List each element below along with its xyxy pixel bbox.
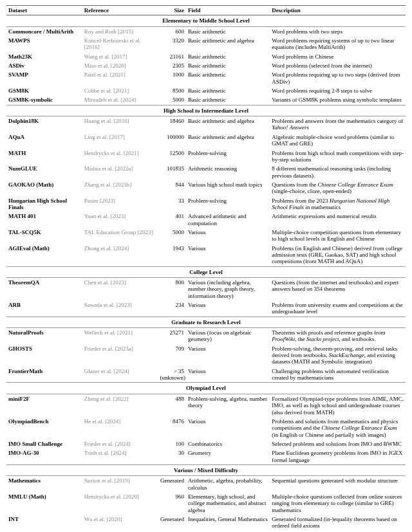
- cell-field: Basic arithmetic: [186, 26, 270, 36]
- cell-field: Elementary, high school, and college mat…: [186, 492, 270, 515]
- cell-dataset: GSM8K: [6, 86, 82, 95]
- cell-size: 5000: [158, 228, 186, 244]
- table-row: FrontierMathGlazer et al. [2024]> 35 (un…: [6, 367, 406, 383]
- table-row: TheoremQAChen et al. [2023]800Various (i…: [6, 278, 406, 301]
- cell-size: 18460: [158, 116, 186, 133]
- cell-field: Basic arithmetic and algebra: [186, 116, 270, 133]
- table-row: ASDivMiao et al. [2020]2305Basic arithme…: [6, 61, 406, 70]
- cell-dataset: Dolphin18K: [6, 116, 82, 133]
- table-row: NumGLUEMishra et al. [2022a]101835Arithm…: [6, 164, 406, 180]
- cell-size: 3320: [158, 36, 186, 52]
- cell-reference: Koncel-Kedziorski et al. [2016]: [82, 36, 158, 52]
- cell-field: Problem-solving, algebra, number theory: [186, 394, 270, 417]
- header-size: Size: [158, 6, 186, 15]
- cell-description: Word problems with two steps: [270, 26, 406, 36]
- table-row: NaturalProofsWelleck et al. [2021]25271V…: [6, 328, 406, 344]
- cell-reference: Ling et al. [2017]: [82, 133, 158, 149]
- cell-dataset: MAWPS: [6, 36, 82, 52]
- table-row: Dolphin18KHuang et al. [2016]18460Basic …: [6, 116, 406, 133]
- cell-dataset: FrontierMath: [6, 367, 82, 383]
- cell-field: Basic arithmetic: [186, 70, 270, 86]
- header-row: Dataset Reference Size Field Description: [6, 6, 406, 15]
- cell-reference: Chen et al. [2023]: [82, 278, 158, 301]
- cell-description: Problems and solutions from mathematics …: [270, 417, 406, 439]
- cell-field: Inequalities, General Mathematics: [186, 515, 270, 531]
- cell-description: Problems (in English and Chinese) derive…: [270, 244, 406, 267]
- cell-reference: Zhang et al. [2023b]: [82, 180, 158, 196]
- cell-description: Plane Euclidean geometry problems from I…: [270, 448, 406, 464]
- table-row: OlympiadBenchHe et al. [2024]8476Various…: [6, 417, 406, 439]
- cell-description: Variants of GSM8K problems using symboli…: [270, 95, 406, 105]
- cell-reference: Patel et al. [2021]: [82, 70, 158, 86]
- cell-reference: He et al. [2024]: [82, 417, 158, 439]
- cell-size: 960: [158, 492, 186, 515]
- cell-size: 8500: [158, 86, 186, 95]
- cell-dataset: TAL-SCQ5K: [6, 228, 82, 244]
- section-header: Various / Mixed Difficulty: [6, 464, 406, 475]
- cell-field: Various: [186, 228, 270, 244]
- cell-dataset: IMO Small Challenge: [6, 439, 82, 448]
- section-title: Olympiad Level: [6, 383, 406, 394]
- cell-reference: Glazer et al. [2024]: [82, 367, 158, 383]
- cell-dataset: Mathematics: [6, 476, 82, 492]
- cell-description: Problems from high school math competiti…: [270, 149, 406, 165]
- cell-description: Questions (from the internet and textboo…: [270, 278, 406, 301]
- cell-description: Problems from the 2023 Hungarian Nationa…: [270, 196, 406, 212]
- cell-dataset: GHOSTS: [6, 344, 82, 367]
- cell-reference: Wu et al. [2020]: [82, 515, 158, 531]
- cell-dataset: AQuA: [6, 133, 82, 149]
- cell-description: Problems and answers from the mathematic…: [270, 116, 406, 133]
- cell-description: Algebraic multiple-choice word problems …: [270, 133, 406, 149]
- cell-size: Generated: [158, 515, 186, 531]
- cell-description: Word problems requiring systems of up to…: [270, 36, 406, 52]
- cell-description: Word problems in Chinese: [270, 52, 406, 61]
- cell-dataset: OlympiadBench: [6, 417, 82, 439]
- table-row: SVAMPPatel et al. [2021]1000Basic arithm…: [6, 70, 406, 86]
- cell-description: Theorems with proofs and reference graph…: [270, 328, 406, 344]
- cell-field: Basic arithmetic: [186, 61, 270, 70]
- cell-description: Generated formalized (in-)equality theor…: [270, 515, 406, 531]
- cell-description: Questions from the Chinese College Entra…: [270, 180, 406, 196]
- cell-reference: Huang et al. [2016]: [82, 116, 158, 133]
- cell-size: 800: [158, 278, 186, 301]
- cell-size: 1943: [158, 244, 186, 267]
- cell-size: 30: [158, 448, 186, 464]
- cell-dataset: Commoncore / MultiArith: [6, 26, 82, 36]
- cell-size: 488: [158, 394, 186, 417]
- cell-reference: Sawada et al. [2023]: [82, 300, 158, 316]
- cell-field: Basic arithmetic: [186, 86, 270, 95]
- table-row: GHOSTSFrieder et al. [2023a]709VariousPr…: [6, 344, 406, 367]
- cell-size: 844: [158, 180, 186, 196]
- cell-reference: Roy and Roth [2015]: [82, 26, 158, 36]
- cell-dataset: ASDiv: [6, 61, 82, 70]
- cell-field: Basic arithmetic and algebra: [186, 133, 270, 149]
- table-row: INTWu et al. [2020]GeneratedInequalities…: [6, 515, 406, 531]
- cell-field: Basic arithmetic: [186, 95, 270, 105]
- cell-reference: Zheng et al. [2022]: [82, 394, 158, 417]
- cell-description: Sequential questions generated with modu…: [270, 476, 406, 492]
- cell-dataset: miniF2F: [6, 394, 82, 417]
- table-row: GAOKAO (Math)Zhang et al. [2023b]844Vari…: [6, 180, 406, 196]
- datasets-table: Dataset Reference Size Field Description…: [6, 5, 406, 532]
- cell-dataset: NaturalProofs: [6, 328, 82, 344]
- table-row: IMO-AG-30Trinh et al. [2024]30GeometryPl…: [6, 448, 406, 464]
- cell-reference: Frieder et al. [2023a]: [82, 344, 158, 367]
- table-row: MMLU (Math)Hendrycks et al. [2020]960Ele…: [6, 492, 406, 515]
- cell-description: Problems from university exams and compe…: [270, 300, 406, 316]
- cell-description: Multiple-choice questions collected from…: [270, 492, 406, 515]
- table-row: GSM8K-symbolicMirzadeh et al. [2024]5000…: [6, 95, 406, 105]
- table-row: GSM8KCobbe et al. [2021]8500Basic arithm…: [6, 86, 406, 95]
- cell-size: Generated: [158, 476, 186, 492]
- cell-dataset: INT: [6, 515, 82, 531]
- table-row: miniF2FZheng et al. [2022]488Problem-sol…: [6, 394, 406, 417]
- cell-description: Problem-solving, theorem-proving, and re…: [270, 344, 406, 367]
- table-row: Math23KWang et al. [2017]23161Basic arit…: [6, 52, 406, 61]
- table-row: ARBSawada et al. [2023]234VariousProblem…: [6, 300, 406, 316]
- cell-description: Word problems (selected from the interne…: [270, 61, 406, 70]
- cell-field: Combinatorics: [186, 439, 270, 448]
- cell-description: Challenging problems with automated veri…: [270, 367, 406, 383]
- cell-field: Various: [186, 344, 270, 367]
- section-title: College Level: [6, 266, 406, 277]
- header-dataset: Dataset: [6, 6, 82, 15]
- cell-size: 401: [158, 212, 186, 228]
